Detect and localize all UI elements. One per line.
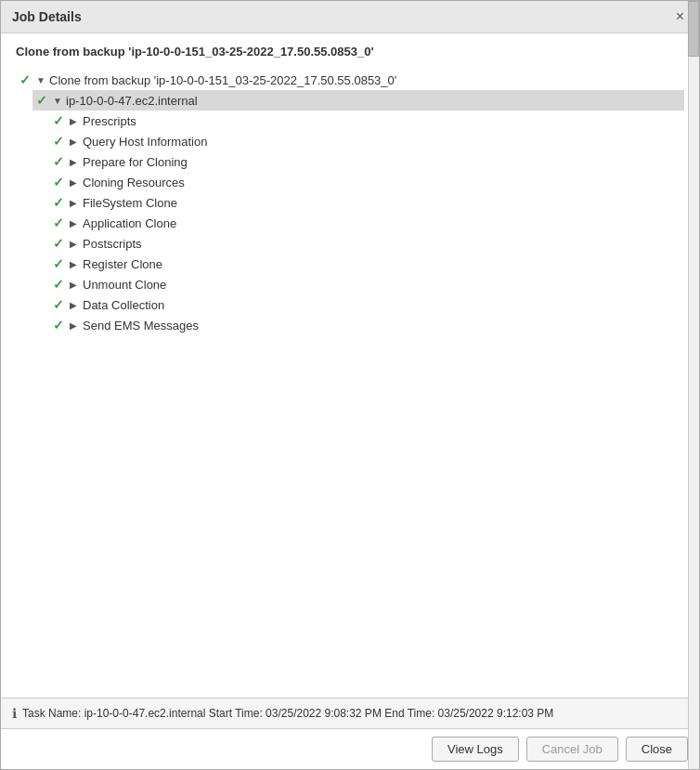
check-icon: ✓ [53, 256, 70, 271]
check-icon: ✓ [53, 277, 70, 292]
tree-row[interactable]: ✓ ▼ ip-10-0-0-47.ec2.internal [32, 90, 684, 111]
tree-row[interactable]: ✓ ▶ Send EMS Messages [49, 315, 684, 335]
tree-row[interactable]: ✓ ▶ Data Collection [49, 294, 684, 315]
view-logs-button[interactable]: View Logs [432, 737, 519, 762]
tree-row[interactable]: ✓ ▶ Register Clone [49, 254, 684, 274]
check-icon: ✓ [53, 318, 70, 333]
expand-icon[interactable]: ▶ [70, 177, 83, 188]
row-label: Cloning Resources [83, 176, 185, 189]
tree-row[interactable]: ✓ ▶ Unmount Clone [49, 274, 684, 294]
main-title: Clone from backup 'ip-10-0-0-151_03-25-2… [16, 45, 684, 59]
row-label: Unmount Clone [83, 278, 166, 292]
check-icon: ✓ [53, 134, 70, 149]
tree-row[interactable]: ✓ ▶ FileSystem Clone [49, 192, 684, 213]
row-label: ip-10-0-0-47.ec2.internal [66, 94, 198, 108]
row-label: Application Clone [83, 216, 176, 230]
expand-icon[interactable]: ▶ [70, 218, 83, 228]
collapse-icon[interactable]: ▼ [36, 75, 49, 85]
tree-row[interactable]: ✓ ▶ Application Clone [49, 213, 684, 233]
tree-row[interactable]: ✓ ▶ Prescripts [49, 111, 684, 131]
job-details-dialog: Job Details × Clone from backup 'ip-10-0… [0, 0, 700, 770]
scrollbar-thumb[interactable] [688, 1, 699, 57]
check-icon: ✓ [19, 72, 36, 87]
check-icon: ✓ [53, 297, 70, 312]
expand-icon[interactable]: ▶ [70, 280, 83, 290]
scrollbar-track[interactable] [688, 1, 699, 769]
dialog-close-button[interactable]: × [672, 8, 688, 25]
collapse-icon[interactable]: ▼ [53, 96, 66, 106]
footer-buttons: View Logs Cancel Job Close [1, 728, 699, 769]
check-icon: ✓ [53, 215, 70, 230]
tree-row[interactable]: ✓ ▶ Prepare for Cloning [49, 151, 684, 172]
check-icon: ✓ [53, 195, 70, 210]
info-icon: ℹ [12, 706, 17, 721]
expand-icon[interactable]: ▶ [70, 198, 83, 208]
row-label: FileSystem Clone [83, 196, 177, 210]
row-label: Prepare for Cloning [83, 155, 188, 169]
check-icon: ✓ [36, 93, 53, 108]
row-label: Postscripts [83, 237, 142, 251]
expand-icon[interactable]: ▶ [70, 116, 83, 126]
dialog-header: Job Details × [1, 1, 699, 33]
row-label: Register Clone [83, 257, 162, 271]
expand-icon[interactable]: ▶ [70, 259, 83, 269]
footer-info-bar: ℹ Task Name: ip-10-0-0-47.ec2.internal S… [1, 698, 699, 728]
expand-icon[interactable]: ▶ [70, 320, 83, 331]
check-icon: ✓ [53, 154, 70, 169]
expand-icon[interactable]: ▶ [70, 300, 83, 310]
tree-container: ✓ ▼ Clone from backup 'ip-10-0-0-151_03-… [16, 70, 684, 335]
check-icon: ✓ [53, 175, 70, 189]
cancel-job-button[interactable]: Cancel Job [526, 737, 618, 762]
dialog-title: Job Details [12, 9, 82, 24]
tree-row[interactable]: ✓ ▼ Clone from backup 'ip-10-0-0-151_03-… [16, 70, 684, 90]
close-button[interactable]: Close [626, 737, 688, 762]
expand-icon[interactable]: ▶ [70, 157, 83, 167]
tree-row[interactable]: ✓ ▶ Postscripts [49, 233, 684, 254]
row-label: Prescripts [83, 114, 136, 128]
row-label: Query Host Information [83, 135, 207, 149]
tree-row[interactable]: ✓ ▶ Query Host Information [49, 131, 684, 151]
check-icon: ✓ [53, 236, 70, 251]
expand-icon[interactable]: ▶ [70, 239, 83, 249]
footer-info-text: Task Name: ip-10-0-0-47.ec2.internal Sta… [22, 707, 553, 720]
row-label: Data Collection [83, 298, 164, 312]
row-label: Clone from backup 'ip-10-0-0-151_03-25-2… [49, 73, 396, 87]
tree-row[interactable]: ✓ ▶ Cloning Resources [49, 172, 684, 192]
dialog-body: Clone from backup 'ip-10-0-0-151_03-25-2… [1, 33, 699, 698]
row-label: Send EMS Messages [83, 319, 199, 333]
check-icon: ✓ [53, 113, 70, 128]
expand-icon[interactable]: ▶ [70, 137, 83, 147]
